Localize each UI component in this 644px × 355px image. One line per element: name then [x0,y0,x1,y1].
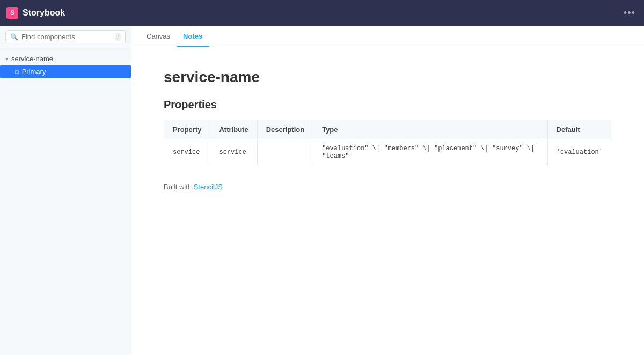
tab-canvas[interactable]: Canvas [140,26,177,47]
stenciljs-link[interactable]: StencilJS [194,183,223,191]
properties-table: Property Attribute Description Type Defa… [164,120,612,166]
cell-default: 'evaluation' [547,139,611,166]
cell-attribute: service [210,139,257,166]
section-heading: Properties [164,99,612,111]
app-title: Storybook [23,8,65,18]
built-with: Built with StencilJS [164,183,612,191]
sidebar: 🔍 / ▾ service-name □ Primary [0,26,131,355]
content-area: Canvas Notes service-name Properties Pro… [131,26,644,355]
table-row: serviceservice"evaluation" \| "members" … [164,139,612,166]
component-title: service-name [164,69,612,86]
sidebar-group-service-name[interactable]: ▾ service-name [0,53,131,65]
menu-button[interactable]: ••• [621,5,638,21]
chevron-down-icon: ▾ [5,56,8,62]
search-icon: 🔍 [10,33,18,41]
table-header-row: Property Attribute Description Type Defa… [164,120,612,139]
search-shortcut: / [115,33,121,41]
sidebar-group-label-text: service-name [11,55,53,63]
cell-type: "evaluation" \| "members" \| "placement"… [313,139,547,166]
top-bar: S Storybook ••• [0,0,644,26]
built-with-text: Built with [164,183,194,191]
search-input[interactable] [21,33,112,41]
sidebar-item-primary-label: Primary [22,68,46,76]
sidebar-item-primary[interactable]: □ Primary [0,65,131,78]
col-header-attribute: Attribute [210,120,257,139]
tab-notes[interactable]: Notes [177,26,209,47]
tabs-bar: Canvas Notes [131,26,644,47]
col-header-description: Description [257,120,313,139]
cell-property: service [164,139,210,166]
col-header-property: Property [164,120,210,139]
logo-icon: S [6,7,18,19]
story-icon: □ [15,69,19,75]
sidebar-content: ▾ service-name □ Primary [0,48,131,355]
search-input-wrap[interactable]: 🔍 / [5,30,126,43]
col-header-type: Type [313,120,547,139]
main-content: service-name Properties Property Attribu… [131,47,644,355]
cell-description [257,139,313,166]
search-bar: 🔍 / [0,26,131,48]
col-header-default: Default [547,120,611,139]
main-layout: 🔍 / ▾ service-name □ Primary Canvas Note… [0,26,644,355]
app-logo: S Storybook [6,7,621,19]
